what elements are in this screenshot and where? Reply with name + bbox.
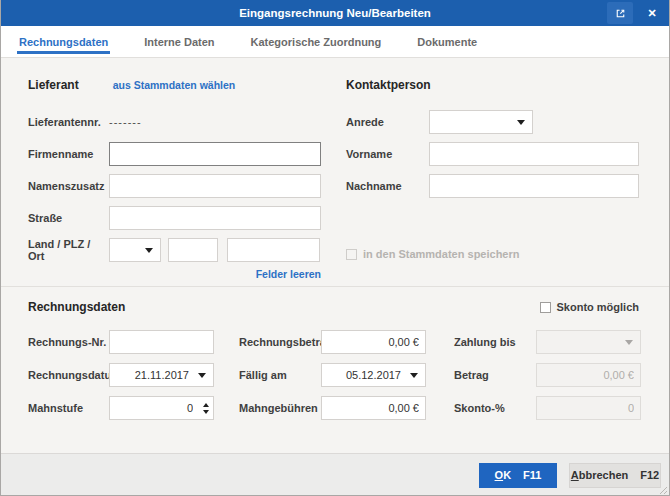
popout-button[interactable] [607, 2, 633, 24]
name-suffix-label: Namenszusatz [28, 180, 109, 192]
dunning-level-input[interactable] [110, 397, 199, 419]
close-icon: ✕ [647, 7, 656, 20]
contact-column: Kontaktperson Anrede Vorname Nachname [346, 78, 639, 286]
chevron-down-icon [625, 340, 633, 345]
company-name-input[interactable] [109, 142, 321, 166]
cancel-button[interactable]: Abbrechen F12 [569, 463, 661, 488]
dunning-fee-input[interactable] [321, 396, 426, 420]
discount-percent-input [536, 396, 641, 420]
tabbar: Rechnungsdaten Interne Daten Kategorisch… [1, 26, 669, 58]
supplier-heading: Lieferant [28, 78, 79, 92]
country-select[interactable] [109, 238, 161, 262]
spinner-down-icon[interactable] [203, 410, 209, 414]
dialog-title: Eingangsrechnung Neu/Bearbeiten [239, 7, 431, 19]
salutation-select[interactable] [429, 110, 533, 134]
dialog-content: Lieferant aus Stammdaten wählen Lieferan… [1, 58, 669, 453]
lastname-input[interactable] [429, 174, 639, 198]
pay-until-select [536, 330, 641, 354]
choose-from-masterdata-link[interactable]: aus Stammdaten wählen [113, 79, 236, 91]
titlebar-buttons: ✕ [607, 0, 665, 26]
due-date-label: Fällig am [239, 369, 321, 381]
discount-amount-label: Betrag [454, 369, 536, 381]
discount-percent-label: Skonto-% [454, 402, 536, 414]
supplier-column: Lieferant aus Stammdaten wählen Lieferan… [28, 78, 346, 286]
tab-interne-daten[interactable]: Interne Daten [142, 26, 216, 57]
tab-dokumente[interactable]: Dokumente [415, 26, 479, 57]
supplier-number-value: ------- [109, 116, 142, 128]
lastname-label: Nachname [346, 180, 429, 192]
cancel-shortcut: F12 [640, 469, 659, 481]
city-input[interactable] [227, 238, 320, 262]
plz-input[interactable] [168, 238, 218, 262]
checkbox-icon [346, 249, 357, 260]
footer-bar: OK F11 Abbrechen F12 [1, 453, 669, 496]
clear-fields-link[interactable]: Felder leeren [256, 268, 321, 280]
invoice-heading: Rechnungsdaten [28, 300, 125, 314]
resize-grip[interactable] [657, 484, 668, 495]
invoice-section: Rechnungsdaten Skonto möglich Rechnungs-… [1, 287, 669, 420]
chevron-down-icon [410, 373, 418, 378]
street-label: Straße [28, 212, 109, 224]
chevron-down-icon [517, 120, 525, 125]
spinner-up-icon[interactable] [203, 403, 209, 407]
ok-button[interactable]: OK F11 [479, 463, 557, 488]
checkbox-icon [540, 302, 551, 313]
dunning-level-stepper[interactable] [109, 396, 214, 420]
invoice-amount-label: Rechnungsbetrag [239, 336, 321, 348]
dunning-fee-label: Mahngebühren [239, 402, 321, 414]
chevron-down-icon [145, 248, 153, 253]
street-input[interactable] [109, 206, 321, 230]
invoice-no-label: Rechnungs-Nr. [28, 336, 109, 348]
supplier-number-label: Lieferantennr. [28, 116, 109, 128]
close-button[interactable]: ✕ [639, 2, 665, 24]
invoice-fields-grid: Rechnungs-Nr. Rechnungsbetrag Zahlung bi… [28, 330, 639, 420]
salutation-label: Anrede [346, 116, 429, 128]
company-name-label: Firmenname [28, 148, 109, 160]
titlebar: Eingangsrechnung Neu/Bearbeiten ✕ [1, 0, 669, 26]
contact-heading: Kontaktperson [346, 78, 431, 92]
tab-rechnungsdaten[interactable]: Rechnungsdaten [17, 26, 110, 57]
discount-amount-input [536, 363, 641, 387]
invoice-date-label: Rechnungsdatum [28, 369, 109, 381]
ok-shortcut: F11 [523, 469, 541, 481]
upper-section: Lieferant aus Stammdaten wählen Lieferan… [1, 58, 669, 287]
tab-kategorische-zuordnung[interactable]: Kategorische Zuordnung [249, 26, 384, 57]
name-suffix-input[interactable] [109, 174, 321, 198]
invoice-date-picker[interactable]: 21.11.2017 [109, 363, 214, 387]
skonto-possible-checkbox[interactable]: Skonto möglich [540, 301, 640, 313]
invoice-dialog: Eingangsrechnung Neu/Bearbeiten ✕ Rechnu… [0, 0, 670, 496]
chevron-down-icon [198, 373, 206, 378]
save-to-masterdata-checkbox: in den Stammdaten speichern [346, 248, 639, 260]
dunning-level-label: Mahnstufe [28, 402, 109, 414]
pay-until-label: Zahlung bis [454, 336, 536, 348]
firstname-label: Vorname [346, 148, 429, 160]
popout-icon [614, 7, 627, 20]
country-plz-city-label: Land / PLZ / Ort [28, 238, 109, 262]
invoice-amount-input[interactable] [321, 330, 426, 354]
due-date-picker[interactable]: 05.12.2017 [321, 363, 426, 387]
spinner-buttons[interactable] [199, 397, 213, 419]
invoice-no-input[interactable] [109, 330, 214, 354]
firstname-input[interactable] [429, 142, 639, 166]
